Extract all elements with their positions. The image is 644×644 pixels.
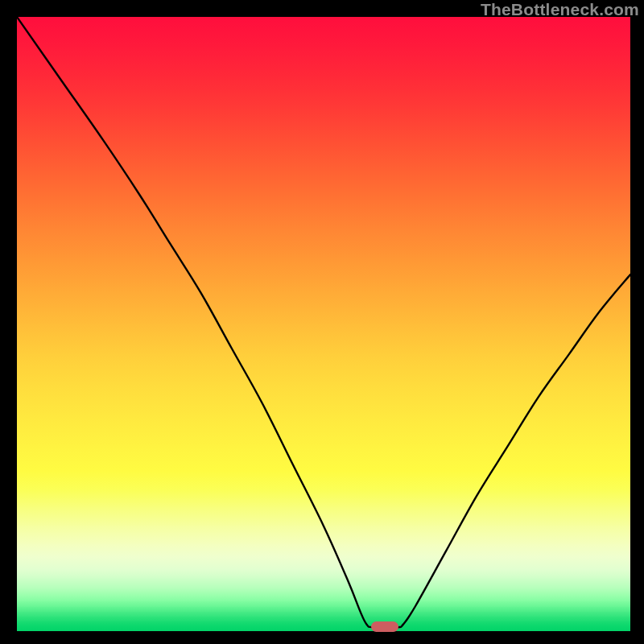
optimal-marker [371, 621, 398, 632]
chart-frame: TheBottleneck.com [0, 0, 644, 644]
bottleneck-curve [17, 17, 630, 630]
plot-area [17, 17, 630, 630]
watermark-text: TheBottleneck.com [481, 0, 639, 19]
